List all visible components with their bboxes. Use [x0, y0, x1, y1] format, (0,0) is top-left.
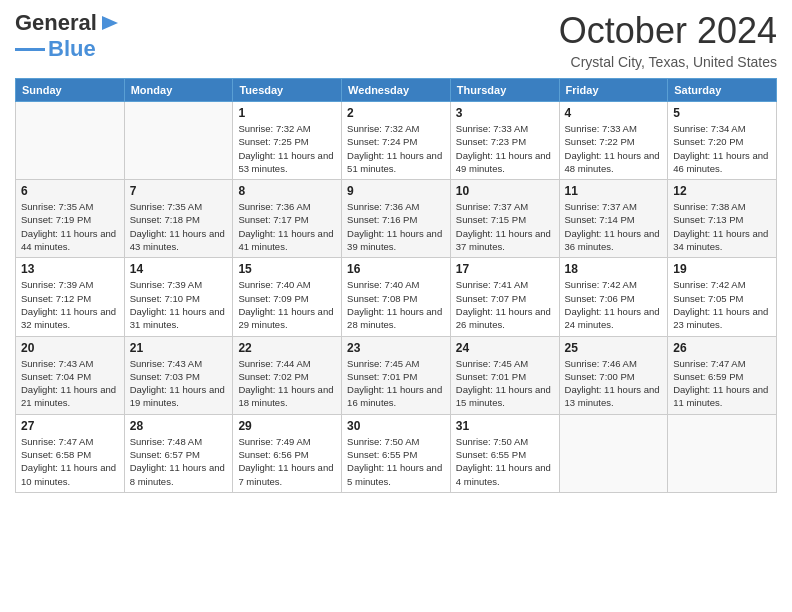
day-number: 2 [347, 106, 445, 120]
calendar-cell: 9Sunrise: 7:36 AMSunset: 7:16 PMDaylight… [342, 180, 451, 258]
calendar-cell: 1Sunrise: 7:32 AMSunset: 7:25 PMDaylight… [233, 102, 342, 180]
day-info: Sunrise: 7:45 AMSunset: 7:01 PMDaylight:… [347, 357, 445, 410]
day-info: Sunrise: 7:36 AMSunset: 7:16 PMDaylight:… [347, 200, 445, 253]
title-block: October 2024 Crystal City, Texas, United… [559, 10, 777, 70]
calendar-week-row: 20Sunrise: 7:43 AMSunset: 7:04 PMDayligh… [16, 336, 777, 414]
logo: General Blue [15, 10, 118, 62]
calendar-day-header: Sunday [16, 79, 125, 102]
calendar-table: SundayMondayTuesdayWednesdayThursdayFrid… [15, 78, 777, 493]
day-number: 8 [238, 184, 336, 198]
day-number: 22 [238, 341, 336, 355]
calendar-cell: 25Sunrise: 7:46 AMSunset: 7:00 PMDayligh… [559, 336, 668, 414]
day-info: Sunrise: 7:43 AMSunset: 7:04 PMDaylight:… [21, 357, 119, 410]
calendar-week-row: 6Sunrise: 7:35 AMSunset: 7:19 PMDaylight… [16, 180, 777, 258]
calendar-cell: 19Sunrise: 7:42 AMSunset: 7:05 PMDayligh… [668, 258, 777, 336]
calendar-day-header: Saturday [668, 79, 777, 102]
day-info: Sunrise: 7:48 AMSunset: 6:57 PMDaylight:… [130, 435, 228, 488]
calendar-cell: 18Sunrise: 7:42 AMSunset: 7:06 PMDayligh… [559, 258, 668, 336]
calendar-cell: 27Sunrise: 7:47 AMSunset: 6:58 PMDayligh… [16, 414, 125, 492]
day-number: 10 [456, 184, 554, 198]
day-info: Sunrise: 7:47 AMSunset: 6:58 PMDaylight:… [21, 435, 119, 488]
day-number: 30 [347, 419, 445, 433]
calendar-cell: 3Sunrise: 7:33 AMSunset: 7:23 PMDaylight… [450, 102, 559, 180]
calendar-cell: 13Sunrise: 7:39 AMSunset: 7:12 PMDayligh… [16, 258, 125, 336]
day-number: 17 [456, 262, 554, 276]
calendar-cell: 5Sunrise: 7:34 AMSunset: 7:20 PMDaylight… [668, 102, 777, 180]
day-number: 6 [21, 184, 119, 198]
calendar-cell: 31Sunrise: 7:50 AMSunset: 6:55 PMDayligh… [450, 414, 559, 492]
day-number: 7 [130, 184, 228, 198]
day-info: Sunrise: 7:45 AMSunset: 7:01 PMDaylight:… [456, 357, 554, 410]
day-info: Sunrise: 7:38 AMSunset: 7:13 PMDaylight:… [673, 200, 771, 253]
calendar-header-row: SundayMondayTuesdayWednesdayThursdayFrid… [16, 79, 777, 102]
calendar-cell: 15Sunrise: 7:40 AMSunset: 7:09 PMDayligh… [233, 258, 342, 336]
calendar-cell: 4Sunrise: 7:33 AMSunset: 7:22 PMDaylight… [559, 102, 668, 180]
location-subtitle: Crystal City, Texas, United States [559, 54, 777, 70]
day-info: Sunrise: 7:42 AMSunset: 7:06 PMDaylight:… [565, 278, 663, 331]
calendar-cell: 24Sunrise: 7:45 AMSunset: 7:01 PMDayligh… [450, 336, 559, 414]
calendar-day-header: Monday [124, 79, 233, 102]
day-info: Sunrise: 7:41 AMSunset: 7:07 PMDaylight:… [456, 278, 554, 331]
day-info: Sunrise: 7:39 AMSunset: 7:10 PMDaylight:… [130, 278, 228, 331]
day-number: 12 [673, 184, 771, 198]
day-number: 19 [673, 262, 771, 276]
page-container: General Blue October 2024 Crystal City, … [0, 0, 792, 508]
day-number: 27 [21, 419, 119, 433]
day-info: Sunrise: 7:33 AMSunset: 7:23 PMDaylight:… [456, 122, 554, 175]
calendar-week-row: 27Sunrise: 7:47 AMSunset: 6:58 PMDayligh… [16, 414, 777, 492]
calendar-cell: 20Sunrise: 7:43 AMSunset: 7:04 PMDayligh… [16, 336, 125, 414]
day-info: Sunrise: 7:50 AMSunset: 6:55 PMDaylight:… [456, 435, 554, 488]
day-info: Sunrise: 7:39 AMSunset: 7:12 PMDaylight:… [21, 278, 119, 331]
day-info: Sunrise: 7:35 AMSunset: 7:19 PMDaylight:… [21, 200, 119, 253]
calendar-cell: 14Sunrise: 7:39 AMSunset: 7:10 PMDayligh… [124, 258, 233, 336]
logo-arrow-icon [102, 16, 118, 30]
day-info: Sunrise: 7:33 AMSunset: 7:22 PMDaylight:… [565, 122, 663, 175]
day-number: 24 [456, 341, 554, 355]
day-info: Sunrise: 7:49 AMSunset: 6:56 PMDaylight:… [238, 435, 336, 488]
day-info: Sunrise: 7:40 AMSunset: 7:09 PMDaylight:… [238, 278, 336, 331]
day-number: 15 [238, 262, 336, 276]
calendar-week-row: 13Sunrise: 7:39 AMSunset: 7:12 PMDayligh… [16, 258, 777, 336]
day-info: Sunrise: 7:42 AMSunset: 7:05 PMDaylight:… [673, 278, 771, 331]
day-number: 16 [347, 262, 445, 276]
calendar-body: 1Sunrise: 7:32 AMSunset: 7:25 PMDaylight… [16, 102, 777, 493]
calendar-day-header: Thursday [450, 79, 559, 102]
calendar-cell: 21Sunrise: 7:43 AMSunset: 7:03 PMDayligh… [124, 336, 233, 414]
day-info: Sunrise: 7:34 AMSunset: 7:20 PMDaylight:… [673, 122, 771, 175]
logo-blue-text: Blue [48, 36, 96, 62]
day-number: 14 [130, 262, 228, 276]
day-number: 9 [347, 184, 445, 198]
day-info: Sunrise: 7:47 AMSunset: 6:59 PMDaylight:… [673, 357, 771, 410]
day-info: Sunrise: 7:50 AMSunset: 6:55 PMDaylight:… [347, 435, 445, 488]
calendar-cell [16, 102, 125, 180]
calendar-cell: 23Sunrise: 7:45 AMSunset: 7:01 PMDayligh… [342, 336, 451, 414]
calendar-cell: 6Sunrise: 7:35 AMSunset: 7:19 PMDaylight… [16, 180, 125, 258]
day-number: 5 [673, 106, 771, 120]
calendar-cell: 10Sunrise: 7:37 AMSunset: 7:15 PMDayligh… [450, 180, 559, 258]
calendar-cell: 12Sunrise: 7:38 AMSunset: 7:13 PMDayligh… [668, 180, 777, 258]
calendar-cell: 2Sunrise: 7:32 AMSunset: 7:24 PMDaylight… [342, 102, 451, 180]
day-number: 25 [565, 341, 663, 355]
day-number: 20 [21, 341, 119, 355]
calendar-cell [559, 414, 668, 492]
day-info: Sunrise: 7:46 AMSunset: 7:00 PMDaylight:… [565, 357, 663, 410]
calendar-cell: 7Sunrise: 7:35 AMSunset: 7:18 PMDaylight… [124, 180, 233, 258]
logo-general-text: General [15, 10, 97, 36]
day-number: 3 [456, 106, 554, 120]
day-info: Sunrise: 7:36 AMSunset: 7:17 PMDaylight:… [238, 200, 336, 253]
day-info: Sunrise: 7:37 AMSunset: 7:14 PMDaylight:… [565, 200, 663, 253]
day-number: 23 [347, 341, 445, 355]
calendar-cell: 29Sunrise: 7:49 AMSunset: 6:56 PMDayligh… [233, 414, 342, 492]
day-info: Sunrise: 7:40 AMSunset: 7:08 PMDaylight:… [347, 278, 445, 331]
logo-line [15, 48, 45, 51]
calendar-cell: 22Sunrise: 7:44 AMSunset: 7:02 PMDayligh… [233, 336, 342, 414]
month-title: October 2024 [559, 10, 777, 52]
day-info: Sunrise: 7:32 AMSunset: 7:24 PMDaylight:… [347, 122, 445, 175]
day-number: 29 [238, 419, 336, 433]
calendar-cell: 17Sunrise: 7:41 AMSunset: 7:07 PMDayligh… [450, 258, 559, 336]
day-number: 11 [565, 184, 663, 198]
page-header: General Blue October 2024 Crystal City, … [15, 10, 777, 70]
calendar-cell: 26Sunrise: 7:47 AMSunset: 6:59 PMDayligh… [668, 336, 777, 414]
day-number: 1 [238, 106, 336, 120]
calendar-cell: 16Sunrise: 7:40 AMSunset: 7:08 PMDayligh… [342, 258, 451, 336]
